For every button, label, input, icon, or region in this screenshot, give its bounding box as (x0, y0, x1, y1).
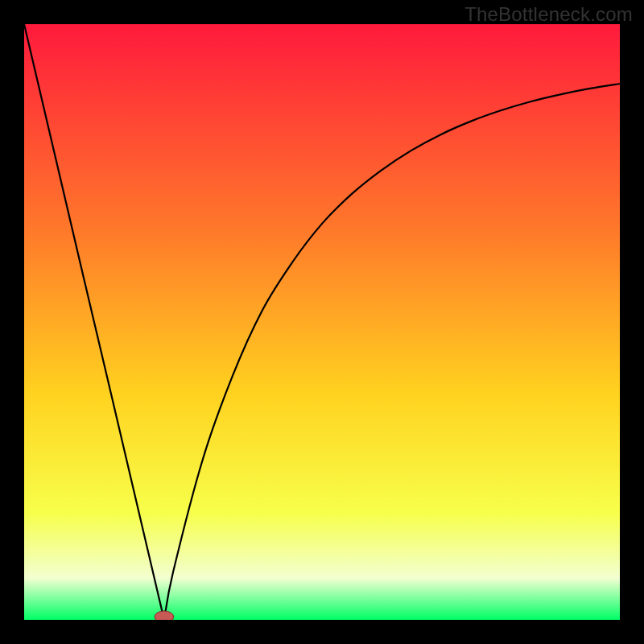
chart-frame (24, 24, 620, 620)
watermark-text: TheBottleneck.com (464, 3, 633, 26)
chart-svg (24, 24, 620, 620)
minimum-marker (155, 611, 174, 620)
gradient-background (24, 24, 620, 620)
